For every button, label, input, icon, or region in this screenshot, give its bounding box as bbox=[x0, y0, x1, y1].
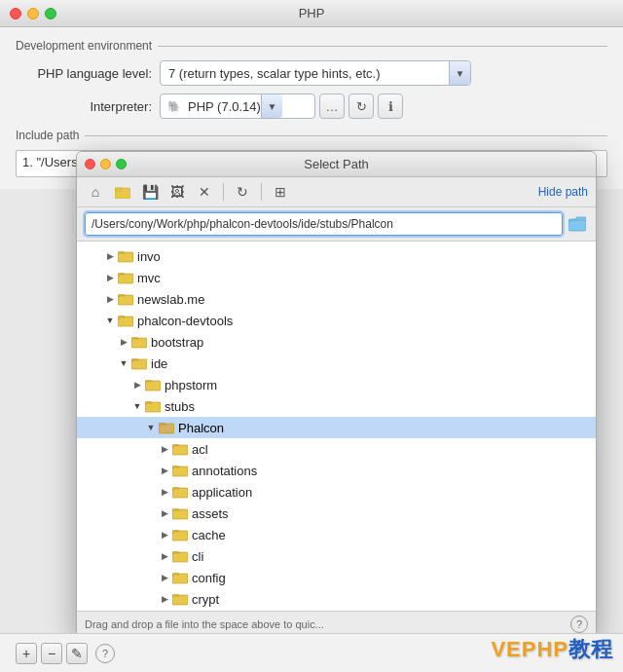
php-level-value: 7 (return types, scalar type hints, etc.… bbox=[161, 66, 449, 81]
dialog-title: Select Path bbox=[304, 157, 369, 171]
dialog-maximize-button[interactable] bbox=[116, 159, 127, 169]
php-icon: 🐘 bbox=[165, 96, 184, 116]
hide-path-button[interactable]: Hide path bbox=[538, 185, 588, 199]
save-icon[interactable]: 💾 bbox=[139, 181, 161, 203]
folder-icon bbox=[131, 335, 147, 349]
tree-item[interactable]: ▼ ide bbox=[77, 353, 596, 374]
collapsed-arrow[interactable]: ▶ bbox=[116, 334, 131, 350]
tree-item[interactable]: ▶ mvc bbox=[77, 267, 596, 288]
collapsed-arrow[interactable]: ▶ bbox=[157, 548, 172, 564]
collapsed-arrow[interactable]: ▶ bbox=[157, 463, 172, 478]
folder-icon bbox=[159, 421, 174, 434]
svg-rect-12 bbox=[159, 424, 174, 433]
help-button[interactable]: ? bbox=[95, 644, 115, 663]
interpreter-refresh-button[interactable]: ↻ bbox=[348, 93, 374, 119]
svg-rect-18 bbox=[172, 552, 188, 562]
tree-item[interactable]: ▼ Phalcon bbox=[77, 417, 596, 438]
collapsed-arrow[interactable]: ▶ bbox=[102, 248, 118, 264]
close-button[interactable] bbox=[10, 8, 21, 19]
grid-icon[interactable]: ⊞ bbox=[270, 181, 291, 203]
dialog-title-bar: Select Path bbox=[77, 152, 596, 177]
tree-item[interactable]: ▼ stubs bbox=[77, 395, 596, 417]
tree-item-label: cli bbox=[192, 549, 203, 564]
collapsed-arrow[interactable]: ▶ bbox=[157, 527, 172, 542]
folder-icon bbox=[145, 378, 161, 392]
interpreter-value: PHP (7.0.14) bbox=[188, 99, 261, 114]
title-bar: PHP bbox=[0, 0, 623, 27]
folder-icon bbox=[145, 399, 161, 413]
expanded-arrow[interactable]: ▼ bbox=[102, 313, 118, 328]
interpreter-row: Interpreter: 🐘 PHP (7.0.14) ▼ … ↻ ℹ bbox=[16, 93, 607, 119]
tree-item[interactable]: ▶ crypt bbox=[77, 588, 596, 610]
folder-icon bbox=[172, 485, 188, 499]
folder-icon[interactable] bbox=[112, 181, 133, 203]
bottom-buttons: + − ✎ bbox=[16, 643, 88, 664]
expanded-arrow[interactable]: ▼ bbox=[129, 398, 145, 414]
svg-rect-20 bbox=[172, 595, 188, 605]
svg-rect-6 bbox=[118, 295, 133, 305]
tree-item[interactable]: ▶ cache bbox=[77, 524, 596, 545]
collapsed-arrow[interactable]: ▶ bbox=[102, 270, 118, 285]
tree-item[interactable]: ▶ application bbox=[77, 481, 596, 503]
toolbar-separator-2 bbox=[261, 183, 262, 201]
maximize-button[interactable] bbox=[45, 8, 56, 19]
add-path-button[interactable]: + bbox=[16, 643, 37, 664]
home-icon[interactable]: ⌂ bbox=[85, 181, 106, 203]
tree-scroll[interactable]: ▶ invo▶ mvc▶ newslab.me▼ phalcon-devtool… bbox=[77, 242, 596, 611]
refresh-icon[interactable]: ↻ bbox=[232, 181, 253, 203]
window-controls bbox=[10, 8, 56, 19]
dialog-close-button[interactable] bbox=[85, 159, 95, 169]
tree-item[interactable]: ▶ cli bbox=[77, 545, 596, 567]
collapsed-arrow[interactable]: ▶ bbox=[157, 505, 172, 521]
interpreter-browse-button[interactable]: … bbox=[319, 93, 345, 119]
remove-path-button[interactable]: − bbox=[41, 643, 62, 664]
dialog-window-controls bbox=[85, 159, 127, 169]
tree-item-label: application bbox=[192, 485, 252, 500]
tree-item[interactable]: ▶ bootstrap bbox=[77, 331, 596, 353]
tree-item[interactable]: ▶ assets bbox=[77, 503, 596, 524]
collapsed-arrow[interactable]: ▶ bbox=[157, 441, 172, 457]
expanded-arrow[interactable]: ▼ bbox=[143, 420, 159, 435]
expanded-arrow[interactable]: ▼ bbox=[116, 355, 131, 371]
tree-item[interactable]: ▶ newslab.me bbox=[77, 288, 596, 310]
folder-icon bbox=[118, 292, 133, 306]
dialog-minimize-button[interactable] bbox=[100, 159, 111, 169]
folder-icon bbox=[118, 314, 133, 327]
collapsed-arrow[interactable]: ▶ bbox=[129, 377, 145, 392]
collapsed-arrow[interactable]: ▶ bbox=[102, 291, 118, 307]
tree-item-label: Phalcon bbox=[178, 421, 224, 435]
path-input[interactable] bbox=[85, 212, 563, 236]
folder-icon bbox=[131, 356, 147, 370]
tree-item[interactable]: ▶ config bbox=[77, 567, 596, 588]
minimize-button[interactable] bbox=[27, 8, 39, 19]
interpreter-select[interactable]: 🐘 PHP (7.0.14) ▼ bbox=[160, 93, 315, 119]
svg-rect-7 bbox=[118, 317, 133, 326]
php-level-row: PHP language level: 7 (return types, sca… bbox=[16, 60, 607, 86]
php-level-label: PHP language level: bbox=[23, 66, 160, 81]
tree-item[interactable]: ▶ invo bbox=[77, 245, 596, 267]
delete-icon[interactable]: ✕ bbox=[194, 181, 215, 203]
tree-item-label: annotations bbox=[192, 464, 257, 478]
tree-item[interactable]: ▶ phpstorm bbox=[77, 374, 596, 395]
php-level-select[interactable]: 7 (return types, scalar type hints, etc.… bbox=[160, 60, 471, 86]
collapsed-arrow[interactable]: ▶ bbox=[157, 591, 172, 607]
folder-icon bbox=[172, 528, 188, 541]
folder-icon bbox=[172, 592, 188, 606]
edit-path-button[interactable]: ✎ bbox=[66, 643, 88, 664]
folder-icon bbox=[172, 549, 188, 563]
include-path-header: Include path bbox=[16, 129, 607, 142]
svg-rect-13 bbox=[172, 445, 188, 455]
interpreter-label: Interpreter: bbox=[23, 99, 160, 114]
dialog-help-button[interactable]: ? bbox=[570, 616, 588, 633]
svg-rect-17 bbox=[172, 531, 188, 541]
collapsed-arrow[interactable]: ▶ bbox=[157, 484, 172, 500]
php-level-arrow[interactable]: ▼ bbox=[449, 61, 470, 85]
tree-item[interactable]: ▶ acl bbox=[77, 438, 596, 460]
tree-item[interactable]: ▶ annotations bbox=[77, 460, 596, 481]
image-icon[interactable]: 🖼 bbox=[166, 181, 188, 203]
tree-item[interactable]: ▼ phalcon-devtools bbox=[77, 310, 596, 331]
collapsed-arrow[interactable]: ▶ bbox=[157, 570, 172, 585]
svg-rect-14 bbox=[172, 467, 188, 476]
interpreter-info-button[interactable]: ℹ bbox=[378, 93, 403, 119]
interpreter-arrow[interactable]: ▼ bbox=[261, 94, 282, 118]
